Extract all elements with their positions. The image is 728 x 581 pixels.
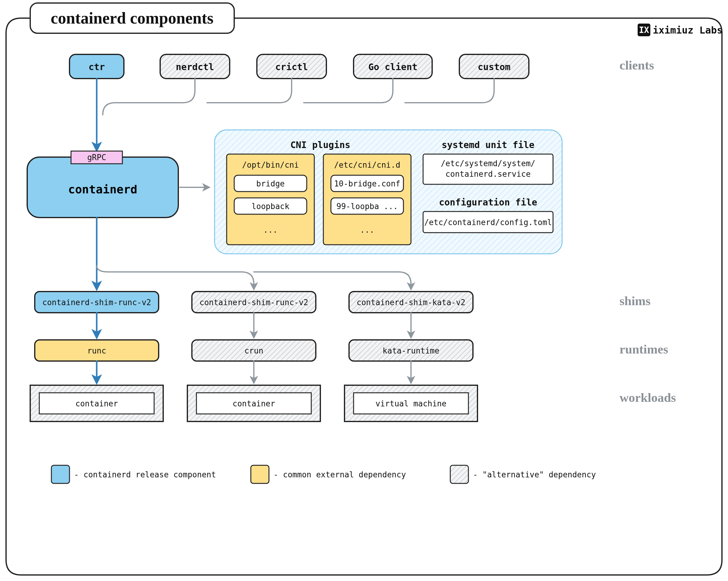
workload-a: container <box>30 385 163 421</box>
svg-text:...: ... <box>360 226 374 234</box>
client-custom: custom <box>459 54 529 79</box>
containerd-core: containerd gRPC <box>27 151 178 217</box>
svg-text:crictl: crictl <box>275 62 308 72</box>
svg-text:crun: crun <box>244 346 263 355</box>
svg-rect-51 <box>423 154 553 184</box>
svg-text:iximiuz Labs: iximiuz Labs <box>653 24 723 36</box>
svg-text:kata-runtime: kata-runtime <box>383 346 439 355</box>
client-go: Go client <box>354 54 432 79</box>
runtime-c: kata-runtime <box>349 340 473 361</box>
svg-text:- common external dependency: - common external dependency <box>274 470 406 479</box>
svg-text:container: container <box>76 399 118 408</box>
client-nerdctl: nerdctl <box>160 54 230 79</box>
runtime-b: crun <box>192 340 316 361</box>
svg-text:ctr: ctr <box>88 62 105 72</box>
svg-text:bridge: bridge <box>256 179 285 188</box>
side-panel: CNI plugins /opt/bin/cni bridge loopback… <box>214 130 562 254</box>
svg-text:containerd-shim-runc-v2: containerd-shim-runc-v2 <box>42 298 151 307</box>
svg-text:/etc/cni/cni.d: /etc/cni/cni.d <box>334 160 400 169</box>
svg-text:loopback: loopback <box>252 202 289 211</box>
svg-text:containerd-shim-runc-v2: containerd-shim-runc-v2 <box>200 298 308 307</box>
svg-rect-100 <box>51 465 70 483</box>
section-shims-label: shims <box>620 294 651 308</box>
svg-text:10-bridge.conf: 10-bridge.conf <box>334 179 400 188</box>
watermark: IX iximiuz Labs <box>638 24 723 36</box>
svg-text:configuration file: configuration file <box>439 197 537 208</box>
client-ctr: ctr <box>70 54 124 79</box>
title-text: containerd components <box>51 9 214 27</box>
svg-rect-103 <box>251 465 269 483</box>
svg-text:containerd.service: containerd.service <box>445 169 531 179</box>
client-crictl: crictl <box>257 54 327 79</box>
svg-text:container: container <box>233 399 275 408</box>
shim-c: containerd-shim-kata-v2 <box>349 292 473 313</box>
svg-rect-106 <box>450 465 468 483</box>
svg-text:/opt/bin/cni: /opt/bin/cni <box>242 160 299 169</box>
svg-text:systemd unit file: systemd unit file <box>442 139 534 150</box>
svg-text:nerdctl: nerdctl <box>176 62 214 72</box>
shim-a: containerd-shim-runc-v2 <box>35 292 159 313</box>
diagram-root: containerd components IX iximiuz Labs cl… <box>0 0 728 581</box>
svg-text:- "alternative" dependency: - "alternative" dependency <box>473 470 596 479</box>
svg-text:custom: custom <box>478 62 511 72</box>
section-runtimes-label: runtimes <box>620 342 668 356</box>
svg-text:runc: runc <box>87 346 106 355</box>
section-clients-label: clients <box>620 58 654 72</box>
cni-right: /etc/cni/cni.d 10-bridge.conf 99-loopba … <box>323 154 411 245</box>
svg-text:/etc/containerd/config.toml: /etc/containerd/config.toml <box>424 218 552 227</box>
svg-text:CNI plugins: CNI plugins <box>290 139 350 150</box>
svg-text:- containerd release component: - containerd release component <box>74 470 216 479</box>
workload-b: container <box>187 385 320 421</box>
workload-c: virtual machine <box>344 385 477 421</box>
svg-text:IX: IX <box>639 25 649 35</box>
grpc-label: gRPC <box>87 153 106 162</box>
svg-text:containerd: containerd <box>68 183 137 196</box>
wire-clients-merge <box>103 79 494 115</box>
svg-text:Go client: Go client <box>368 62 418 72</box>
svg-text:99-loopba ...: 99-loopba ... <box>336 202 398 211</box>
runtime-a: runc <box>35 340 159 361</box>
shim-b: containerd-shim-runc-v2 <box>192 292 316 313</box>
section-workloads-label: workloads <box>620 391 676 404</box>
svg-text:virtual machine: virtual machine <box>375 399 447 408</box>
legend: - containerd release component - common … <box>51 465 596 483</box>
svg-text:...: ... <box>263 226 278 234</box>
svg-text:containerd-shim-kata-v2: containerd-shim-kata-v2 <box>357 298 465 307</box>
cni-left: /opt/bin/cni bridge loopback ... <box>227 154 314 245</box>
svg-text:/etc/systemd/system/: /etc/systemd/system/ <box>441 159 535 168</box>
